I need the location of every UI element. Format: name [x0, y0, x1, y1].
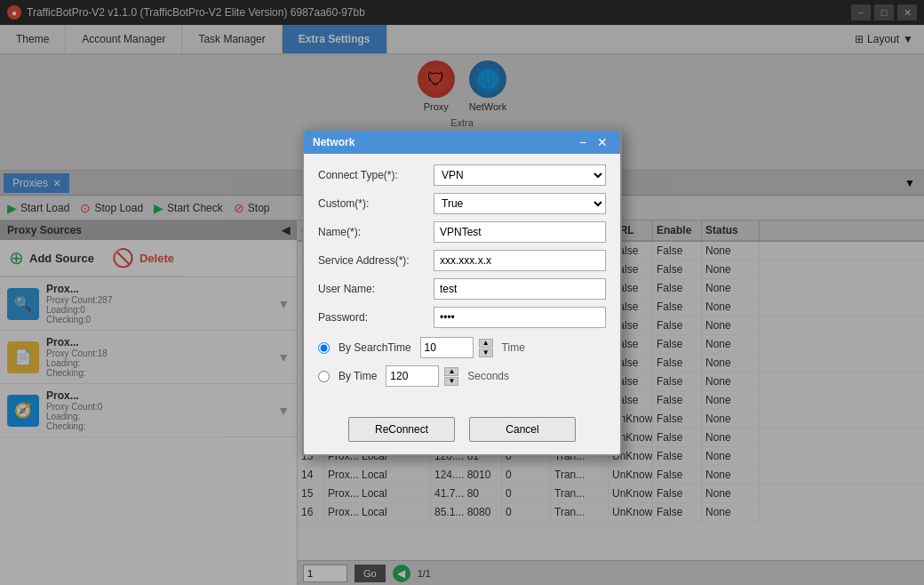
username-label: User Name:: [318, 283, 434, 295]
name-input[interactable]: [434, 221, 606, 243]
search-time-arrows: ▲ ▼: [479, 339, 493, 357]
modal-overlay: Network − ✕ Connect Type(*): VPN Custom(…: [0, 0, 924, 585]
name-label: Name(*):: [318, 226, 434, 238]
modal-minimize-button[interactable]: −: [576, 135, 590, 149]
password-row: Password:: [318, 307, 606, 328]
time-arrows: ▲ ▼: [444, 367, 458, 386]
modal-footer: ReConnect Cancel: [304, 410, 620, 454]
modal-controls: − ✕: [576, 135, 611, 149]
by-search-time-row: By SearchTime ▲ ▼ Time: [318, 337, 606, 358]
time-spinbox: ▲ ▼: [386, 365, 458, 387]
modal-close-button[interactable]: ✕: [593, 135, 611, 149]
by-time-radio[interactable]: [318, 371, 330, 382]
connect-type-row: Connect Type(*): VPN: [318, 164, 606, 186]
username-input[interactable]: [434, 278, 606, 300]
search-time-up-arrow[interactable]: ▲: [479, 339, 493, 348]
search-time-unit: Time: [502, 341, 525, 354]
password-input[interactable]: [434, 307, 606, 328]
cancel-button[interactable]: Cancel: [469, 417, 576, 442]
modal-body: Connect Type(*): VPN Custom(*): True Fal…: [304, 154, 620, 410]
service-address-row: Service Address(*):: [318, 250, 606, 271]
search-time-down-arrow[interactable]: ▼: [479, 349, 493, 357]
radio-group: By SearchTime ▲ ▼ Time By Time: [318, 337, 606, 387]
custom-label: Custom(*):: [318, 197, 434, 210]
search-time-input[interactable]: [420, 337, 474, 358]
search-time-spinbox: ▲ ▼: [420, 337, 493, 358]
service-address-input[interactable]: [434, 250, 606, 271]
by-time-row: By Time ▲ ▼ Seconds: [318, 365, 606, 387]
connect-type-select[interactable]: VPN: [434, 164, 606, 186]
password-label: Password:: [318, 311, 434, 324]
time-down-arrow[interactable]: ▼: [444, 377, 458, 386]
modal-titlebar: Network − ✕: [304, 131, 620, 154]
network-modal: Network − ✕ Connect Type(*): VPN Custom(…: [302, 129, 622, 456]
by-search-time-label: By SearchTime: [339, 341, 411, 354]
custom-select[interactable]: True False: [434, 193, 606, 214]
reconnect-button[interactable]: ReConnect: [348, 417, 455, 442]
time-unit: Seconds: [467, 370, 509, 382]
service-address-label: Service Address(*):: [318, 254, 434, 267]
name-row: Name(*):: [318, 221, 606, 243]
time-input[interactable]: [386, 365, 439, 387]
by-search-time-radio[interactable]: [318, 342, 330, 354]
modal-title: Network: [313, 136, 354, 148]
connect-type-label: Connect Type(*):: [318, 169, 434, 181]
username-row: User Name:: [318, 278, 606, 300]
by-time-label: By Time: [339, 370, 377, 382]
custom-row: Custom(*): True False: [318, 193, 606, 214]
time-up-arrow[interactable]: ▲: [444, 367, 458, 376]
